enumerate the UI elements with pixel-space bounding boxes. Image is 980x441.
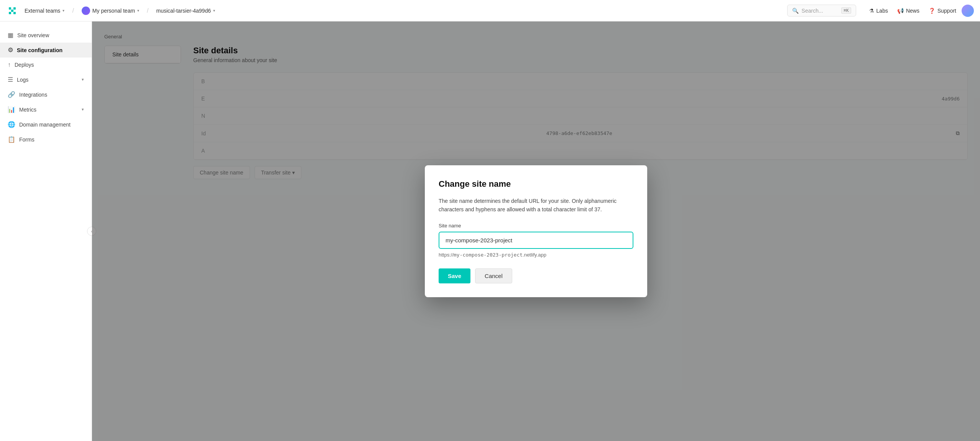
my-personal-team-menu[interactable]: My personal team ▾ (79, 5, 142, 16)
external-teams-chevron-icon: ▾ (62, 8, 64, 13)
support-label: Support (937, 8, 956, 14)
url-domain: my-compose-2023-project (454, 252, 523, 258)
external-teams-label: External teams (25, 8, 60, 14)
main-layout: ▦ Site overview ⚙ Site configuration ↑ D… (0, 21, 980, 441)
site-configuration-icon: ⚙ (8, 46, 13, 54)
site-name-menu[interactable]: musical-tarsier-4a99d6 ▾ (153, 6, 218, 15)
sidebar-item-site-configuration-label: Site configuration (17, 47, 62, 53)
site-overview-icon: ▦ (8, 31, 13, 39)
labs-icon: ⚗ (869, 8, 874, 14)
site-name-chevron-icon: ▾ (213, 8, 215, 13)
external-teams-menu[interactable]: External teams ▾ (21, 6, 67, 15)
sidebar-item-metrics[interactable]: 📊 Metrics ▾ (0, 102, 92, 117)
search-keyboard-shortcut: ⌘K (841, 7, 851, 14)
svg-rect-4 (11, 10, 13, 12)
support-icon: ❓ (929, 8, 935, 14)
my-personal-team-label: My personal team (92, 8, 135, 14)
main-content: General Site details Site details Genera… (92, 21, 980, 441)
sidebar-item-integrations[interactable]: 🔗 Integrations (0, 87, 92, 102)
deploys-icon: ↑ (8, 61, 11, 68)
breadcrumb-separator-2: / (147, 7, 148, 14)
news-label: News (906, 8, 919, 14)
sidebar-item-logs-label: Logs (17, 77, 28, 83)
search-placeholder: Search... (802, 8, 839, 14)
sidebar-item-site-overview[interactable]: ▦ Site overview (0, 28, 92, 43)
sidebar-item-deploys-label: Deploys (15, 62, 34, 68)
sidebar-item-site-configuration[interactable]: ⚙ Site configuration (0, 43, 92, 58)
search-bar[interactable]: 🔍 Search... ⌘K (787, 5, 856, 16)
sidebar-item-site-overview-label: Site overview (17, 32, 49, 38)
forms-icon: 📋 (8, 136, 15, 143)
my-personal-team-chevron-icon: ▾ (137, 8, 139, 13)
logs-icon: ☰ (8, 76, 13, 83)
sidebar-item-logs[interactable]: ☰ Logs ▾ (0, 72, 92, 87)
modal-actions: Save Cancel (439, 268, 633, 283)
netlify-logo[interactable] (6, 5, 18, 17)
cancel-button[interactable]: Cancel (475, 268, 512, 283)
save-button[interactable]: Save (439, 268, 470, 283)
change-site-name-modal: Change site name The site name determine… (425, 165, 647, 298)
topnav: External teams ▾ / My personal team ▾ / … (0, 0, 980, 21)
site-name-label: Site name (439, 223, 633, 229)
sidebar-item-domain-management[interactable]: 🌐 Domain management (0, 117, 92, 132)
integrations-icon: 🔗 (8, 91, 15, 98)
support-button[interactable]: ❓ Support (925, 5, 960, 16)
svg-rect-0 (9, 7, 11, 10)
labs-button[interactable]: ⚗ Labs (865, 5, 892, 16)
url-preview: https://my-compose-2023-project.netlify.… (439, 252, 633, 258)
sidebar: ▦ Site overview ⚙ Site configuration ↑ D… (0, 21, 92, 441)
news-icon: 📢 (897, 8, 904, 14)
site-name-input[interactable] (439, 232, 633, 249)
search-icon: 🔍 (792, 8, 799, 14)
metrics-icon: 📊 (8, 106, 15, 113)
user-avatar[interactable] (962, 5, 974, 17)
labs-label: Labs (876, 8, 888, 14)
sidebar-item-domain-management-label: Domain management (19, 122, 71, 128)
sidebar-item-forms[interactable]: 📋 Forms (0, 132, 92, 147)
sidebar-item-forms-label: Forms (19, 137, 35, 143)
sidebar-item-deploys[interactable]: ↑ Deploys (0, 58, 92, 72)
news-button[interactable]: 📢 News (893, 5, 923, 16)
site-name-label: musical-tarsier-4a99d6 (156, 8, 211, 14)
domain-management-icon: 🌐 (8, 121, 15, 128)
url-suffix: .netlify.app (523, 252, 546, 258)
metrics-chevron-icon: ▾ (82, 107, 84, 112)
sidebar-item-integrations-label: Integrations (19, 92, 47, 98)
svg-rect-3 (13, 12, 16, 14)
team-avatar (82, 7, 90, 15)
modal-title: Change site name (439, 179, 633, 189)
breadcrumb-separator-1: / (72, 7, 74, 14)
logs-chevron-icon: ▾ (82, 77, 84, 82)
svg-rect-2 (9, 12, 11, 14)
modal-overlay[interactable]: Change site name The site name determine… (92, 21, 980, 441)
url-prefix: https:// (439, 252, 454, 258)
topnav-right-section: ⚗ Labs 📢 News ❓ Support (865, 5, 974, 17)
sidebar-item-metrics-label: Metrics (19, 107, 36, 113)
svg-rect-1 (13, 7, 16, 10)
modal-description: The site name determines the default URL… (439, 197, 633, 214)
